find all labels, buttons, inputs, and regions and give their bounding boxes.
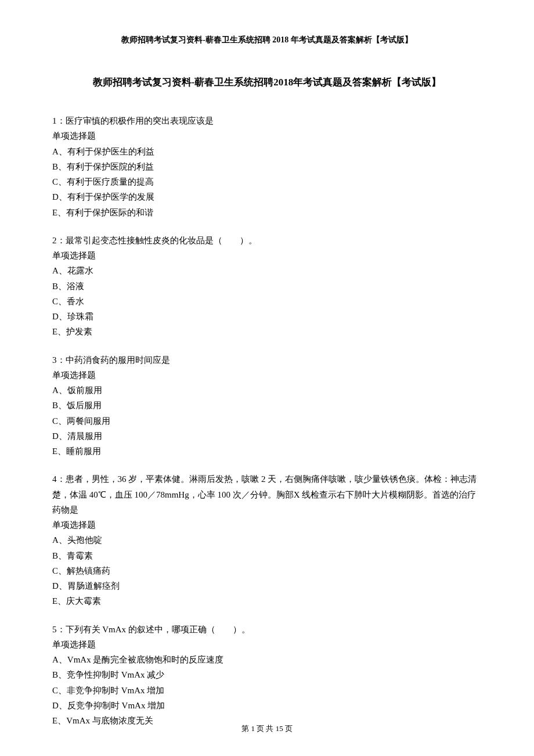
option-e: E、护发素	[52, 324, 482, 339]
option-e: E、庆大霉素	[52, 593, 482, 609]
question-3: 3：中药消食药的服用时间应是 单项选择题 A、饭前服用 B、饭后服用 C、两餐间…	[52, 352, 482, 459]
option-c: C、非竞争抑制时 VmAx 增加	[52, 683, 482, 698]
option-a: A、有利于保护医生的利益	[52, 144, 482, 159]
option-d: D、胃肠道解痉剂	[52, 578, 482, 593]
option-b: B、竞争性抑制时 VmAx 减少	[52, 667, 482, 682]
option-a: A、VmAx 是酶完全被底物饱和时的反应速度	[52, 652, 482, 667]
option-c: C、香水	[52, 294, 482, 309]
option-d: D、清晨服用	[52, 429, 482, 444]
option-b: B、有利于保护医院的利益	[52, 159, 482, 174]
question-stem: 2：最常引起变态性接触性皮炎的化妆品是（ ）。	[52, 233, 482, 248]
option-b: B、青霉素	[52, 548, 482, 563]
option-b: B、浴液	[52, 279, 482, 294]
option-d: D、珍珠霜	[52, 309, 482, 324]
option-a: A、饭前服用	[52, 383, 482, 398]
option-a: A、头孢他啶	[52, 532, 482, 548]
option-e: E、有利于保护医际的和谐	[52, 205, 482, 220]
option-d: D、反竞争抑制时 VmAx 增加	[52, 698, 482, 713]
document-title: 教师招聘考试复习资料-蕲春卫生系统招聘2018年考试真题及答案解析【考试版】	[52, 74, 482, 90]
question-stem: 5：下列有关 VmAx 的叙述中，哪项正确（ ）。	[52, 622, 482, 637]
option-d: D、有利于保护医学的发展	[52, 189, 482, 204]
question-type: 单项选择题	[52, 128, 482, 143]
question-type: 单项选择题	[52, 517, 482, 532]
option-c: C、两餐间服用	[52, 413, 482, 429]
question-type: 单项选择题	[52, 637, 482, 652]
question-1: 1：医疗审慎的积极作用的突出表现应该是 单项选择题 A、有利于保护医生的利益 B…	[52, 113, 482, 220]
option-b: B、饭后服用	[52, 398, 482, 413]
page-footer: 第 1 页 共 15 页	[0, 723, 534, 734]
question-type: 单项选择题	[52, 368, 482, 383]
option-c: C、有利于医疗质量的提高	[52, 174, 482, 189]
question-4: 4：患者，男性，36 岁，平素体健。淋雨后发热，咳嗽 2 天，右侧胸痛伴咳嗽，咳…	[52, 471, 482, 609]
question-stem: 4：患者，男性，36 岁，平素体健。淋雨后发热，咳嗽 2 天，右侧胸痛伴咳嗽，咳…	[52, 471, 482, 517]
question-stem: 1：医疗审慎的积极作用的突出表现应该是	[52, 113, 482, 128]
option-c: C、解热镇痛药	[52, 563, 482, 578]
option-a: A、花露水	[52, 263, 482, 278]
question-type: 单项选择题	[52, 248, 482, 263]
option-e: E、睡前服用	[52, 444, 482, 459]
page-header: 教师招聘考试复习资料-蕲春卫生系统招聘 2018 年考试真题及答案解析【考试版】	[52, 35, 482, 45]
question-2: 2：最常引起变态性接触性皮炎的化妆品是（ ）。 单项选择题 A、花露水 B、浴液…	[52, 233, 482, 340]
question-5: 5：下列有关 VmAx 的叙述中，哪项正确（ ）。 单项选择题 A、VmAx 是…	[52, 622, 482, 729]
question-stem: 3：中药消食药的服用时间应是	[52, 352, 482, 368]
